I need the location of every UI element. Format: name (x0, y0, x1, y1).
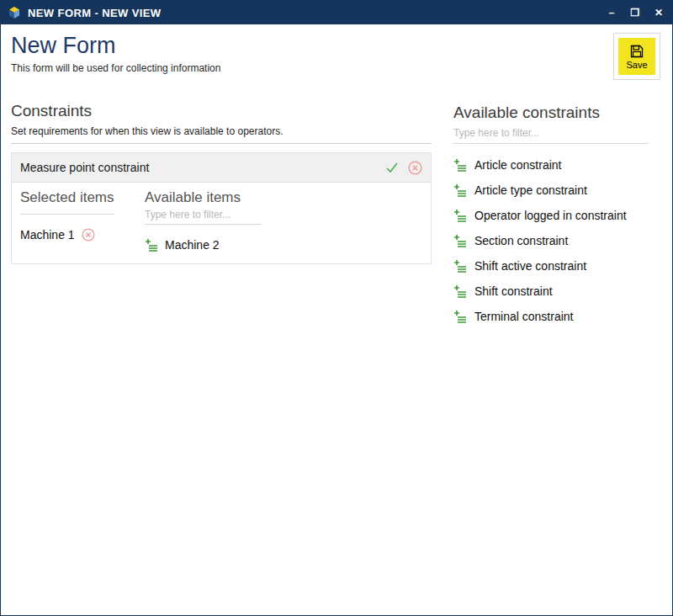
add-constraint-icon (453, 234, 467, 247)
add-item-icon (145, 238, 158, 252)
save-button[interactable]: Save (618, 38, 655, 75)
selected-items-title: Selected items (20, 189, 130, 206)
available-constraints-list: Article constraint Article type constrai… (453, 152, 662, 329)
available-constraint-item[interactable]: Article type constraint (453, 178, 662, 203)
constraint-label: Operator logged in constraint (474, 209, 627, 222)
selected-item-row: Machine 1 (20, 228, 130, 242)
confirm-check-icon[interactable] (384, 160, 400, 175)
save-button-label: Save (626, 60, 647, 70)
available-constraint-item[interactable]: Shift constraint (453, 279, 662, 304)
available-items-title: Available items (145, 189, 422, 206)
constraints-title: Constraints (11, 102, 432, 120)
available-constraints-filter-input[interactable] (453, 122, 649, 144)
titlebar: NEW FORM - NEW VIEW – ❒ ✕ (1, 1, 672, 24)
constraint-label: Article type constraint (474, 183, 587, 197)
available-constraints-title: Available constraints (453, 104, 662, 122)
constraint-label: Terminal constraint (474, 310, 574, 323)
constraint-panel: Measure point constraint (11, 152, 432, 264)
constraint-label: Section constraint (474, 234, 568, 247)
available-items-column: Available items Machine 2 (145, 189, 422, 252)
available-constraint-item[interactable]: Article constraint (453, 152, 662, 178)
constraints-section: Constraints Set requirements for when th… (11, 102, 432, 264)
available-item-label: Machine 2 (165, 238, 220, 252)
add-constraint-icon (453, 284, 467, 298)
page-header: New Form This form will be used for coll… (1, 24, 672, 92)
selected-item-label: Machine 1 (20, 228, 75, 242)
constraint-panel-title: Measure point constraint (20, 161, 149, 174)
minimize-button[interactable]: – (605, 6, 618, 19)
constraints-subtitle: Set requirements for when this view is a… (11, 125, 432, 144)
constraint-label: Shift constraint (474, 284, 553, 298)
constraint-panel-actions (384, 160, 422, 175)
window-title: NEW FORM - NEW VIEW (28, 7, 162, 19)
constraint-panel-header: Measure point constraint (12, 153, 431, 183)
selected-items-divider (20, 206, 114, 215)
page-header-text: New Form This form will be used for coll… (11, 33, 220, 74)
page-subtitle: This form will be used for collecting in… (11, 62, 220, 74)
add-constraint-icon (453, 209, 467, 222)
selected-items-column: Selected items Machine 1 (20, 189, 130, 252)
available-constraint-item[interactable]: Terminal constraint (453, 304, 662, 329)
available-constraint-item[interactable]: Operator logged in constraint (453, 203, 662, 228)
add-constraint-icon (453, 310, 467, 323)
page-title: New Form (11, 33, 220, 59)
window-controls: – ❒ ✕ (605, 6, 665, 19)
available-item-row[interactable]: Machine 2 (145, 238, 422, 252)
app-logo-icon (8, 6, 21, 19)
main-content: Constraints Set requirements for when th… (1, 92, 672, 615)
close-button[interactable]: ✕ (652, 6, 665, 19)
available-constraints-section: Available constraints Article constraint… (453, 102, 662, 329)
remove-constraint-icon[interactable] (408, 161, 422, 175)
add-constraint-icon (453, 183, 467, 197)
available-items-filter-input[interactable] (145, 207, 261, 225)
save-icon (629, 44, 644, 59)
available-constraint-item[interactable]: Shift active constraint (453, 253, 662, 279)
maximize-button[interactable]: ❒ (628, 6, 642, 19)
constraint-panel-body: Selected items Machine 1 (12, 183, 431, 263)
save-button-frame: Save (613, 33, 660, 80)
remove-item-icon[interactable] (82, 228, 95, 242)
add-constraint-icon (453, 158, 467, 172)
available-constraint-item[interactable]: Section constraint (453, 228, 662, 253)
constraint-label: Shift active constraint (474, 259, 586, 273)
constraint-label: Article constraint (474, 158, 561, 172)
app-window: NEW FORM - NEW VIEW – ❒ ✕ New Form This … (0, 0, 673, 616)
add-constraint-icon (453, 259, 467, 273)
